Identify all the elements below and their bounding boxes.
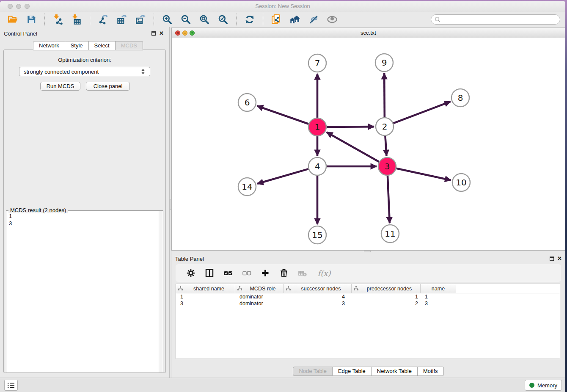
- task-history-button[interactable]: [4, 380, 18, 391]
- table-cell[interactable]: 4: [284, 293, 352, 300]
- unselect-all-button[interactable]: [241, 268, 252, 279]
- table-tabs: Node TableEdge TableNetwork TableMotifs: [171, 367, 565, 376]
- graph-node-10[interactable]: 10: [452, 174, 470, 191]
- table-cell[interactable]: 1: [421, 293, 456, 300]
- node-label: 11: [385, 229, 395, 239]
- export-image-button[interactable]: [135, 14, 146, 25]
- select-all-button[interactable]: [223, 268, 234, 279]
- table-cell[interactable]: 3: [176, 300, 235, 307]
- zoom-selected-button[interactable]: [217, 14, 229, 25]
- toolbar-separator: [236, 14, 237, 25]
- tab-node-table[interactable]: Node Table: [293, 367, 333, 376]
- function-builder-button[interactable]: f(x): [316, 268, 333, 279]
- table-cell[interactable]: 3: [284, 300, 352, 307]
- node-table[interactable]: shared nameMCDS rolesuccessor nodesprede…: [176, 284, 560, 359]
- table-cell[interactable]: dominator: [235, 300, 284, 307]
- export-network-button[interactable]: [97, 14, 109, 25]
- table-cell[interactable]: 1: [352, 293, 421, 300]
- graph-node-6[interactable]: 6: [238, 94, 256, 111]
- run-mcds-button[interactable]: Run MCDS: [40, 82, 80, 91]
- column-header-shared-name[interactable]: shared name: [176, 284, 235, 293]
- table-cell[interactable]: 3: [421, 300, 456, 307]
- edge-2-3[interactable]: [385, 136, 386, 156]
- label-slash-button[interactable]: [308, 14, 319, 25]
- network-window-title: scc.txt: [172, 30, 565, 36]
- zoom-out-button[interactable]: [180, 14, 192, 25]
- column-header-name[interactable]: name: [421, 284, 456, 293]
- toolbar-separator: [90, 14, 90, 25]
- edge-4-14[interactable]: [257, 169, 308, 184]
- tab-style[interactable]: Style: [65, 41, 89, 50]
- graph-node-7[interactable]: 7: [308, 54, 326, 72]
- tab-network[interactable]: Network: [33, 41, 65, 50]
- import-network-button[interactable]: [52, 14, 64, 25]
- close-panel-icon[interactable]: ✕: [159, 30, 164, 37]
- first-neighbors-button[interactable]: [289, 14, 301, 25]
- graph-node-2[interactable]: 2: [376, 118, 394, 135]
- table-settings-button[interactable]: [185, 268, 196, 279]
- table-row[interactable]: 3dominator323: [176, 300, 560, 307]
- edge-3-11[interactable]: [388, 176, 390, 223]
- zoom-in-icon: [162, 14, 173, 25]
- refresh-layout-button[interactable]: [244, 14, 256, 25]
- network-graph: 7968124314101511: [172, 38, 565, 250]
- plus-icon: [260, 268, 270, 278]
- graph-node-4[interactable]: 4: [308, 157, 326, 175]
- column-header-predecessor-nodes[interactable]: predecessor nodes: [352, 284, 421, 293]
- memory-button[interactable]: Memory: [525, 380, 562, 391]
- edge-2-9[interactable]: [384, 73, 385, 117]
- column-label: predecessor nodes: [358, 286, 420, 292]
- edge-1-6[interactable]: [257, 106, 309, 124]
- search-field[interactable]: [431, 14, 560, 25]
- close-panel-button[interactable]: Close panel: [86, 82, 130, 91]
- delete-rows-button[interactable]: [278, 268, 289, 279]
- add-row-button[interactable]: [260, 268, 271, 279]
- mcds-result-list[interactable]: 1 3: [9, 213, 157, 372]
- network-canvas[interactable]: 7968124314101511: [172, 38, 565, 250]
- graph-node-14[interactable]: 14: [238, 178, 256, 196]
- column-header-successor-nodes[interactable]: successor nodes: [284, 284, 352, 293]
- tab-network-table[interactable]: Network Table: [372, 367, 418, 376]
- show-columns-button[interactable]: [204, 268, 215, 279]
- mcds-result-box: MCDS result (2 nodes) 1 3: [6, 210, 163, 373]
- graph-node-3[interactable]: 3: [378, 157, 396, 175]
- float-table-panel-icon[interactable]: [550, 257, 554, 261]
- zoom-in-button[interactable]: [161, 14, 173, 25]
- graph-node-15[interactable]: 15: [308, 226, 326, 244]
- edge-3-1[interactable]: [327, 132, 379, 162]
- graph-node-8[interactable]: 8: [451, 89, 469, 107]
- table-cell[interactable]: 2: [352, 300, 421, 307]
- close-table-panel-icon[interactable]: ✕: [557, 255, 562, 262]
- edge-1-2[interactable]: [327, 127, 374, 127]
- node-label: 6: [245, 97, 250, 108]
- import-table-button[interactable]: [71, 14, 83, 25]
- tab-select[interactable]: Select: [89, 41, 116, 50]
- column-header-MCDS-role[interactable]: MCDS role: [235, 284, 284, 293]
- table-cell[interactable]: 1: [176, 293, 235, 300]
- save-session-button[interactable]: [25, 14, 37, 25]
- open-session-button[interactable]: [7, 14, 19, 25]
- zoom-fit-button[interactable]: [198, 14, 210, 25]
- graphics-details-button[interactable]: [326, 14, 338, 25]
- float-panel-icon[interactable]: [151, 31, 156, 36]
- export-table-button[interactable]: [116, 14, 128, 25]
- edge-3-10[interactable]: [396, 168, 451, 180]
- tab-mcds[interactable]: MCDS: [116, 41, 143, 50]
- eye-icon: [326, 14, 338, 25]
- tab-motifs[interactable]: Motifs: [418, 367, 444, 376]
- result-scrollbar[interactable]: [159, 211, 163, 373]
- graph-node-1[interactable]: 1: [308, 118, 326, 136]
- table-cell[interactable]: dominator: [235, 293, 284, 300]
- delete-table-button[interactable]: [297, 268, 308, 279]
- tab-edge-table[interactable]: Edge Table: [333, 367, 372, 376]
- search-input[interactable]: [443, 16, 556, 23]
- edge-2-8[interactable]: [394, 102, 451, 123]
- trash-icon: [279, 268, 289, 278]
- graph-node-11[interactable]: 11: [381, 225, 399, 243]
- export-image-icon: [135, 14, 146, 25]
- optimization-criterion-select[interactable]: strongly connected component: [19, 67, 150, 76]
- fx-icon: f(x): [318, 269, 331, 278]
- copy-network-button[interactable]: [270, 14, 282, 25]
- graph-node-9[interactable]: 9: [375, 54, 393, 72]
- table-row[interactable]: 1dominator411: [176, 293, 560, 300]
